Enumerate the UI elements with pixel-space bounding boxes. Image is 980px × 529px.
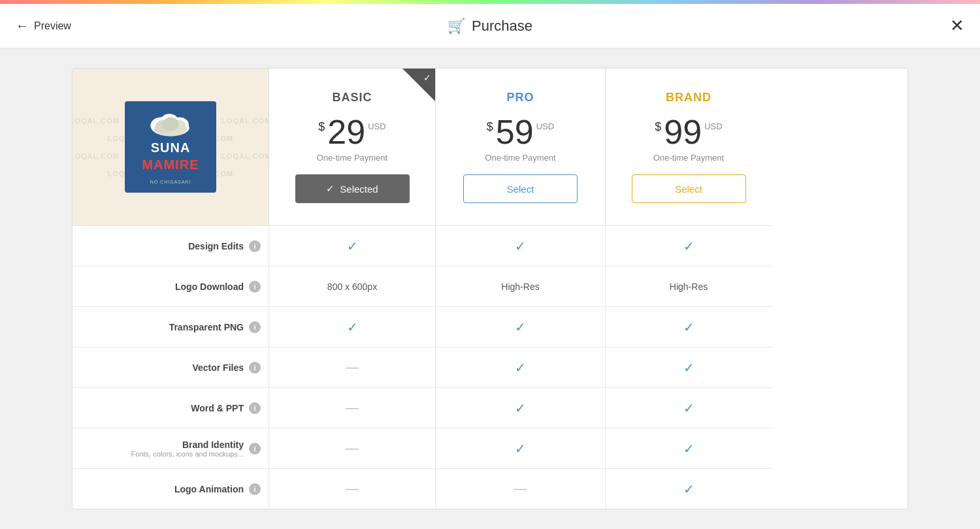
- feature-basic-4: —: [269, 387, 435, 428]
- cart-icon: 🛒: [448, 18, 465, 35]
- pro-select-button[interactable]: Select: [463, 174, 578, 203]
- feature-pro-1: High-Res: [435, 266, 605, 306]
- corner-check-icon: ✓: [423, 72, 431, 83]
- feature-brand-6: ✓: [605, 468, 772, 509]
- back-arrow-icon: ←: [16, 18, 29, 33]
- feature-sub-5: Fonts, colors, icons and mockups...: [131, 450, 244, 458]
- pro-price-number: 59: [496, 115, 534, 149]
- logo-company-name-line1: SUNA: [151, 141, 191, 155]
- feature-label-4: Word & PPTi: [73, 387, 269, 428]
- feature-basic-6: —: [269, 468, 435, 509]
- brand-currency: USD: [704, 121, 722, 131]
- page-title: Purchase: [472, 18, 532, 35]
- basic-select-button[interactable]: ✓ Selected: [295, 174, 410, 203]
- feature-pro-3: ✓: [435, 347, 605, 387]
- check-icon: ✓: [347, 319, 358, 335]
- feature-pro-5: ✓: [435, 428, 605, 468]
- basic-price-container: $ 29 USD: [318, 115, 385, 149]
- check-icon: ✓: [683, 441, 694, 457]
- info-icon-0[interactable]: i: [249, 240, 261, 252]
- basic-payment-note: One-time Payment: [317, 153, 387, 163]
- logo-sub-text: NO CHIGASAKI: [150, 174, 191, 186]
- feature-pro-0: ✓: [435, 225, 605, 266]
- pricing-table: LOQAL.COMLOQAL.COMLOQAL.COM LOQAL.COMLOQ…: [72, 68, 908, 509]
- check-icon: ✓: [515, 441, 526, 457]
- pro-button-label: Select: [507, 184, 534, 195]
- feature-label-1: Logo Downloadi: [73, 266, 269, 306]
- plan-header-pro: PRO $ 59 USD One-time Payment Select: [435, 69, 605, 225]
- pro-dollar: $: [487, 120, 493, 134]
- brand-price-container: $ 99 USD: [655, 115, 722, 149]
- info-icon-3[interactable]: i: [249, 362, 261, 374]
- feature-brand-0: ✓: [605, 225, 772, 266]
- dash-icon: —: [346, 441, 359, 456]
- brand-payment-note: One-time Payment: [653, 153, 724, 163]
- feature-brand-2: ✓: [605, 306, 772, 347]
- feature-pro-6: —: [435, 468, 605, 509]
- feature-basic-3: —: [269, 347, 435, 387]
- pro-payment-note: One-time Payment: [485, 153, 555, 163]
- info-icon-1[interactable]: i: [249, 281, 261, 293]
- plan-header-brand: BRAND $ 99 USD One-time Payment Select: [605, 69, 772, 225]
- close-button[interactable]: ✕: [950, 16, 964, 36]
- svg-point-7: [162, 118, 178, 132]
- feature-label-6: Logo Animationi: [73, 468, 269, 509]
- basic-dollar: $: [318, 120, 325, 134]
- feature-label-2: Transparent PNGi: [73, 306, 269, 347]
- basic-price-number: 29: [327, 115, 365, 149]
- feature-basic-5: —: [269, 428, 435, 468]
- main-content: LOQAL.COMLOQAL.COMLOQAL.COM LOQAL.COMLOQ…: [0, 48, 980, 529]
- plan-name-basic: BASIC: [332, 91, 372, 104]
- plan-name-pro: PRO: [506, 91, 534, 104]
- selected-corner: ✓: [402, 69, 435, 101]
- logo-cloud-icon: [144, 109, 197, 138]
- feature-basic-1: 800 x 600px: [269, 266, 435, 306]
- dash-icon: —: [346, 400, 359, 415]
- page-title-container: 🛒 Purchase: [448, 18, 532, 35]
- logo-image: SUNA MAMIRE NO CHIGASAKI: [125, 101, 216, 193]
- dash-icon: —: [346, 360, 359, 375]
- top-bar: ← Preview 🛒 Purchase ✕: [0, 4, 980, 48]
- feature-brand-3: ✓: [605, 347, 772, 387]
- feature-pro-2: ✓: [435, 306, 605, 347]
- check-icon: ✓: [683, 400, 694, 416]
- plan-header-basic: ✓ BASIC $ 29 USD One-time Payment ✓ Sele…: [269, 69, 435, 225]
- info-icon-6[interactable]: i: [249, 483, 261, 495]
- dash-icon: —: [514, 481, 527, 496]
- check-icon: ✓: [347, 238, 358, 254]
- check-icon: ✓: [683, 481, 694, 497]
- feature-label-0: Design Editsi: [73, 225, 269, 266]
- basic-button-label: Selected: [340, 184, 378, 195]
- back-label: Preview: [34, 20, 71, 32]
- info-icon-2[interactable]: i: [249, 321, 261, 333]
- check-icon: ✓: [515, 360, 526, 376]
- feature-brand-1: High-Res: [605, 266, 772, 306]
- feature-brand-5: ✓: [605, 428, 772, 468]
- feature-basic-0: ✓: [269, 225, 435, 266]
- plan-name-brand: BRAND: [666, 91, 711, 104]
- feature-label-3: Vector Filesi: [73, 347, 269, 387]
- feature-pro-4: ✓: [435, 387, 605, 428]
- check-icon: ✓: [515, 400, 526, 416]
- feature-basic-2: ✓: [269, 306, 435, 347]
- check-icon: ✓: [683, 319, 694, 335]
- check-icon: ✓: [683, 238, 694, 254]
- feature-brand-4: ✓: [605, 387, 772, 428]
- check-icon-selected: ✓: [326, 183, 335, 195]
- brand-price-number: 99: [664, 115, 702, 149]
- info-icon-4[interactable]: i: [249, 402, 261, 414]
- check-icon: ✓: [515, 238, 526, 254]
- basic-currency: USD: [368, 121, 385, 131]
- brand-dollar: $: [655, 120, 661, 134]
- check-icon: ✓: [683, 360, 694, 376]
- feature-label-5: Brand IdentityFonts, colors, icons and m…: [73, 428, 269, 468]
- pro-currency: USD: [536, 121, 554, 131]
- pro-price-container: $ 59 USD: [487, 115, 554, 149]
- back-button[interactable]: ← Preview: [16, 18, 71, 33]
- brand-button-label: Select: [675, 184, 702, 195]
- brand-select-button[interactable]: Select: [632, 174, 746, 203]
- check-icon: ✓: [515, 319, 526, 335]
- logo-cell: LOQAL.COMLOQAL.COMLOQAL.COM LOQAL.COMLOQ…: [73, 69, 269, 225]
- info-icon-5[interactable]: i: [249, 443, 261, 455]
- dash-icon: —: [346, 481, 359, 496]
